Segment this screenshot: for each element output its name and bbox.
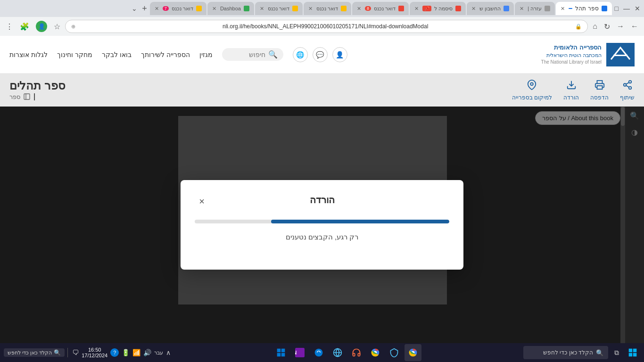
logo-text: הספרייה הלאומית המכתבה הוטית הישראלית Th… — [541, 43, 602, 66]
site-header: הספרייה הלאומית המכתבה הוטית הישראלית Th… — [0, 36, 644, 74]
extensions-button[interactable]: 🧩 — [18, 20, 31, 33]
taskbar-app-chrome2[interactable] — [367, 344, 384, 361]
window-minimize-btn[interactable]: — — [621, 3, 632, 14]
svg-rect-1 — [613, 55, 627, 56]
tab-mail1[interactable]: דואר נכנס 8 ✕ — [352, 2, 409, 15]
nav-research[interactable]: מחקר וחינוך — [57, 51, 92, 58]
book-type: ספר — [9, 93, 20, 100]
tab-account[interactable]: החשבון ש ✕ — [467, 2, 514, 15]
url-text: nli.org.il/he/books/NNL_ALEPH99002100601… — [77, 23, 573, 30]
content-area: 🔍 ◑ About this book / על הספר × הורדה — [0, 107, 644, 343]
time-text: 16:50 — [82, 347, 107, 353]
taskbar-app-chrome[interactable] — [405, 344, 421, 361]
print-icon — [594, 80, 605, 92]
date-text: 17/12/2024 — [82, 353, 107, 358]
search-box[interactable]: 🔍 — [222, 48, 283, 61]
tab-badge-5: 8 — [365, 6, 371, 11]
progress-container: רק רגע, הקבצים נטענים — [195, 220, 449, 241]
back-button[interactable]: ← — [629, 20, 640, 33]
clock-display[interactable]: 16:50 17/12/2024 — [82, 347, 107, 358]
search-icon: 🔍 — [268, 50, 278, 59]
book-toolbar: שיתוף הדפסה הורדה — [0, 74, 644, 107]
nav-magazine[interactable]: מגזין — [199, 51, 213, 58]
location-action[interactable]: למיקום בספרייה — [512, 80, 552, 101]
svg-point-3 — [623, 83, 626, 86]
taskbar-app-security[interactable] — [386, 344, 403, 361]
svg-text:N: N — [295, 350, 297, 355]
tab-mail2[interactable]: דואר נכנס ✕ — [304, 2, 351, 15]
location-icon — [527, 80, 537, 92]
toolbar-actions: שיתוף הדפסה הורדה — [512, 80, 635, 101]
language-icon[interactable]: 🌐 — [293, 47, 308, 62]
progress-bar-fill — [271, 220, 449, 223]
taskbar: ⧉ 🔍 הקלד כאן כדי לחפש N — [0, 343, 644, 362]
tab-bar: ✕ — □ ספר תהל ✕ עזרה | ✕ החשבון ש ✕ סיסמ… — [0, 0, 644, 17]
taskbar-app-globe[interactable] — [329, 344, 346, 361]
tab-mail4[interactable]: דואר נכנס 7 ✕ — [150, 2, 206, 15]
taskbar-app-onenote[interactable]: N — [291, 344, 308, 361]
tab-close-icon-9[interactable]: ✕ — [155, 6, 159, 12]
tab-close-icon-8[interactable]: ✕ — [212, 6, 216, 12]
taskbar-search-label: הקלד כאן כדי לחפש — [8, 350, 52, 356]
header-icons: 👤 💬 🌐 — [293, 47, 347, 62]
windows-start-button[interactable] — [625, 345, 640, 360]
search-input[interactable] — [228, 51, 265, 58]
new-tab-button[interactable]: + — [140, 4, 149, 14]
download-action[interactable]: הורדה — [563, 80, 579, 101]
logo-image — [606, 43, 635, 66]
help-icon[interactable]: ? — [110, 348, 119, 357]
taskbar-app-windows[interactable] — [272, 344, 289, 361]
bookmark-button[interactable]: ☆ — [52, 20, 62, 33]
tab-close-icon-5[interactable]: ✕ — [357, 6, 361, 12]
tab-close-icon[interactable]: ✕ — [561, 6, 565, 12]
tab-list-button[interactable]: ⌄ — [130, 3, 139, 14]
tab-mail3[interactable]: דואר נכנס ✕ — [255, 2, 303, 15]
show-desktop-icon[interactable] — [67, 348, 69, 357]
taskbar-app-edge[interactable] — [310, 344, 327, 361]
nav-library-services[interactable]: הספרייה לשירותך — [141, 51, 190, 58]
tab-active-sefer-tehilim[interactable]: ספר תהל ✕ — [556, 2, 611, 15]
keyboard-lang-icon[interactable]: עבר — [154, 350, 163, 356]
tab-close-icon-4[interactable]: ✕ — [414, 6, 419, 12]
menu-button[interactable]: ⋮ — [4, 20, 15, 33]
nav-collections[interactable]: לגלות אוצרות — [9, 51, 48, 58]
taskbar-center-apps: N — [173, 344, 521, 361]
svg-rect-13 — [633, 349, 637, 353]
tab-dashboard[interactable]: Dashboa ✕ — [207, 2, 254, 15]
tab-close-icon-2[interactable]: ✕ — [520, 6, 524, 12]
tab-close-icon-7[interactable]: ✕ — [260, 6, 264, 12]
svg-point-9 — [531, 82, 534, 85]
nav-visit[interactable]: בואו לבקר — [102, 51, 132, 58]
tab-password[interactable]: סיסמה ל 📌 ✕ — [410, 2, 466, 15]
battery-icon[interactable]: 🔋 — [122, 349, 130, 356]
expand-tray-icon[interactable]: ∧ — [166, 349, 171, 356]
reload-button[interactable]: ↻ — [602, 20, 612, 33]
main-nav: 👤 💬 🌐 🔍 מגזין הספרייה לשירותך בואו לבקר … — [9, 47, 347, 62]
notification-icon[interactable]: 🗨 — [72, 349, 79, 356]
share-action[interactable]: שיתוף — [620, 80, 635, 101]
address-bar-row: ← → ↻ ⌂ 🔒 nli.org.il/he/books/NNL_ALEPH9… — [0, 17, 644, 36]
network-icon[interactable]: 📶 — [132, 349, 140, 356]
download-icon — [566, 80, 577, 92]
profile-button[interactable]: 👤 — [34, 19, 49, 34]
tab-close-icon-3[interactable]: ✕ — [471, 6, 476, 12]
chat-icon[interactable]: 💬 — [313, 47, 328, 62]
address-bar[interactable]: 🔒 nli.org.il/he/books/NNL_ALEPH990021006… — [65, 20, 588, 33]
download-modal: × הורדה רק רגע, הקבצים נטענים — [181, 180, 463, 270]
window-close-btn[interactable]: ✕ — [633, 3, 642, 14]
tab-close-icon-6[interactable]: ✕ — [308, 6, 313, 12]
home-button[interactable]: ⌂ — [591, 20, 599, 33]
system-tray: ∧ — [166, 349, 171, 356]
svg-point-4 — [628, 86, 631, 89]
print-action[interactable]: הדפסה — [590, 80, 609, 101]
window-maximize-btn[interactable]: □ — [613, 3, 620, 14]
task-view-button[interactable]: ⧉ — [610, 346, 623, 359]
taskbar-app-headphones[interactable] — [348, 344, 365, 361]
volume-icon[interactable]: 🔊 — [143, 349, 151, 356]
tab-ezra[interactable]: עזרה | ✕ — [515, 2, 555, 15]
modal-close-button[interactable]: × — [195, 194, 209, 208]
user-icon[interactable]: 👤 — [332, 47, 347, 62]
forward-button[interactable]: → — [615, 20, 626, 33]
taskbar-search-area[interactable]: 🔍 הקלד כאן כדי לחפש — [4, 348, 65, 357]
taskbar-search-bar[interactable]: 🔍 הקלד כאן כדי לחפש — [523, 346, 608, 359]
